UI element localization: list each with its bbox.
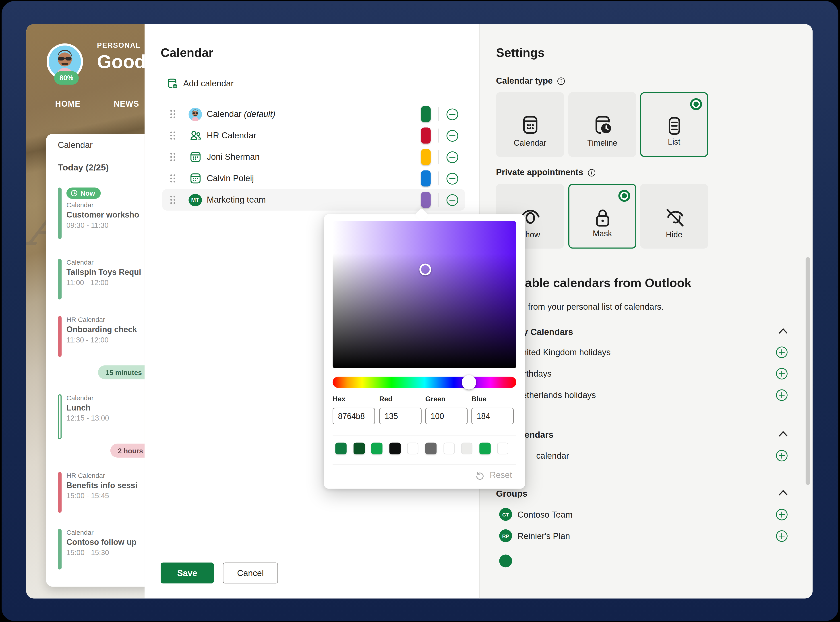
private-option-mask[interactable]: Mask xyxy=(568,184,636,249)
save-button[interactable]: Save xyxy=(161,563,214,584)
calendar-row-marketing-team[interactable]: MT Marketing team xyxy=(162,189,465,210)
calendar-row[interactable]: Calendar (default) xyxy=(162,103,465,125)
now-badge: Now xyxy=(67,188,101,199)
calendar-row-label: Marketing team xyxy=(207,195,266,204)
add-netherlands-holidays-button[interactable] xyxy=(776,389,788,401)
preset-swatch-gray[interactable] xyxy=(425,443,437,454)
remove-calendar-button[interactable] xyxy=(446,130,458,142)
nav-news[interactable]: NEWS xyxy=(114,99,139,108)
drag-handle-icon[interactable] xyxy=(170,174,175,183)
saturation-area[interactable] xyxy=(333,221,516,368)
chevron-up-icon[interactable] xyxy=(778,489,788,496)
agenda-event[interactable]: HR Calendar Onboarding check 11:30 - 12:… xyxy=(58,316,145,357)
private-option-hide[interactable]: Hide xyxy=(640,184,708,249)
info-icon[interactable] xyxy=(587,168,595,177)
info-icon[interactable] xyxy=(557,77,565,85)
drag-handle-icon[interactable] xyxy=(170,131,175,140)
blue-input[interactable] xyxy=(471,408,514,424)
add-contoso-team-button[interactable] xyxy=(776,508,788,521)
color-swatch-active[interactable] xyxy=(421,192,431,208)
agenda-date-header: Today (2/25) xyxy=(58,162,109,173)
remove-calendar-button[interactable] xyxy=(446,172,458,184)
hex-input[interactable] xyxy=(333,408,375,424)
color-swatch[interactable] xyxy=(421,128,431,144)
red-input[interactable] xyxy=(379,408,422,424)
event-time: 15:00 - 15:45 xyxy=(67,492,145,500)
chevron-up-icon[interactable] xyxy=(778,327,788,334)
reset-button[interactable]: Reset xyxy=(475,470,512,480)
hue-slider[interactable] xyxy=(333,377,516,388)
event-title: Customer worksho xyxy=(67,210,145,219)
add-reiniers-plan-button[interactable] xyxy=(776,530,788,542)
group-item-reiniers-plan: Reinier's Plan xyxy=(517,531,570,541)
cancel-button[interactable]: Cancel xyxy=(223,563,278,584)
calendar-row[interactable]: HR Calendar xyxy=(162,125,465,146)
add-calendar-icon xyxy=(167,78,178,89)
group-item-contoso-team: Contoso Team xyxy=(517,510,572,520)
calendar-row[interactable]: Calvin Poleij xyxy=(162,168,465,189)
preset-swatches xyxy=(335,443,508,454)
agenda-event[interactable]: HR Calendar Benefits info sessi 15:00 - … xyxy=(58,472,145,513)
red-label: Red xyxy=(379,395,393,403)
preset-swatch-dark-green[interactable] xyxy=(353,443,364,454)
add-calendar-button[interactable]: Add calendar xyxy=(167,78,234,89)
agenda-event[interactable]: Now Calendar Customer worksho 09:30 - 11… xyxy=(58,188,145,239)
settings-title: Settings xyxy=(496,46,545,60)
default-suffix: (default) xyxy=(244,109,275,119)
calendar-row[interactable]: Joni Sherman xyxy=(162,146,465,168)
group-initials-avatar: MT xyxy=(189,193,202,207)
reset-label: Reset xyxy=(490,470,512,480)
add-calendar-item-button[interactable] xyxy=(776,450,788,462)
preset-swatch-white[interactable] xyxy=(497,443,508,454)
list-view-icon xyxy=(663,115,685,137)
preset-swatch-white[interactable] xyxy=(407,443,418,454)
preset-swatch-bright-green[interactable] xyxy=(479,443,490,454)
drag-handle-icon[interactable] xyxy=(170,196,175,204)
drag-handle-icon[interactable] xyxy=(170,110,175,118)
preset-swatch-bright-green[interactable] xyxy=(371,443,382,454)
gap-badge-15-minutes: 15 minutes xyxy=(98,366,145,379)
private-appointments-label: Private appointments xyxy=(496,168,595,177)
calendar-type-option-timeline[interactable]: Timeline xyxy=(568,92,636,157)
color-swatch[interactable] xyxy=(421,171,431,186)
agenda-card: Calendar Today (2/25) Now Calendar xyxy=(46,134,145,587)
outlook-item-calendar: calendar xyxy=(536,451,569,461)
calendar-contact-icon xyxy=(189,150,202,164)
preset-swatch-white[interactable] xyxy=(443,443,454,454)
nav-home[interactable]: HOME xyxy=(55,99,81,108)
color-swatch[interactable] xyxy=(421,106,431,122)
preset-swatch-light-gray[interactable] xyxy=(461,443,472,454)
green-input[interactable] xyxy=(425,408,468,424)
event-calendar: HR Calendar xyxy=(67,472,145,480)
add-birthdays-button[interactable] xyxy=(776,367,788,380)
hue-slider-thumb[interactable] xyxy=(462,375,476,390)
initials-label: MT xyxy=(189,194,202,206)
preset-swatch-black[interactable] xyxy=(389,443,400,454)
event-calendar: Calendar xyxy=(67,201,145,209)
remove-calendar-button[interactable] xyxy=(446,108,458,120)
chevron-up-icon[interactable] xyxy=(778,430,788,437)
event-color-bar xyxy=(58,395,62,439)
drag-handle-icon[interactable] xyxy=(170,152,175,161)
user-avatar[interactable]: 80% xyxy=(47,44,83,80)
add-uk-holidays-button[interactable] xyxy=(776,346,788,358)
people-icon xyxy=(189,129,202,142)
remove-calendar-button[interactable] xyxy=(446,194,458,206)
agenda-event[interactable]: Calendar Lunch 12:15 - 13:00 xyxy=(58,395,145,439)
green-label: Green xyxy=(425,395,446,403)
calendar-contact-icon xyxy=(189,172,202,185)
calendar-avatar-icon xyxy=(189,108,202,121)
gap-badge-label: 2 hours b xyxy=(118,447,145,455)
color-swatch[interactable] xyxy=(421,149,431,165)
agenda-event[interactable]: Calendar Contoso follow up 15:00 - 15:30 xyxy=(58,529,145,570)
saturation-thumb[interactable] xyxy=(419,264,431,276)
add-calendar-label: Add calendar xyxy=(183,79,234,88)
calendar-type-option-list[interactable]: List xyxy=(640,92,708,157)
settings-scrollbar[interactable] xyxy=(806,257,810,485)
option-label: Calendar xyxy=(496,138,564,148)
app-window: A 80% PERSONAL Good HOME NEWS xyxy=(26,24,813,598)
preset-swatch-green[interactable] xyxy=(335,443,346,454)
remove-calendar-button[interactable] xyxy=(446,151,458,163)
agenda-event[interactable]: Calendar Tailspin Toys Requi 11:00 - 12:… xyxy=(58,259,145,300)
calendar-type-option-calendar[interactable]: Calendar xyxy=(496,92,564,157)
